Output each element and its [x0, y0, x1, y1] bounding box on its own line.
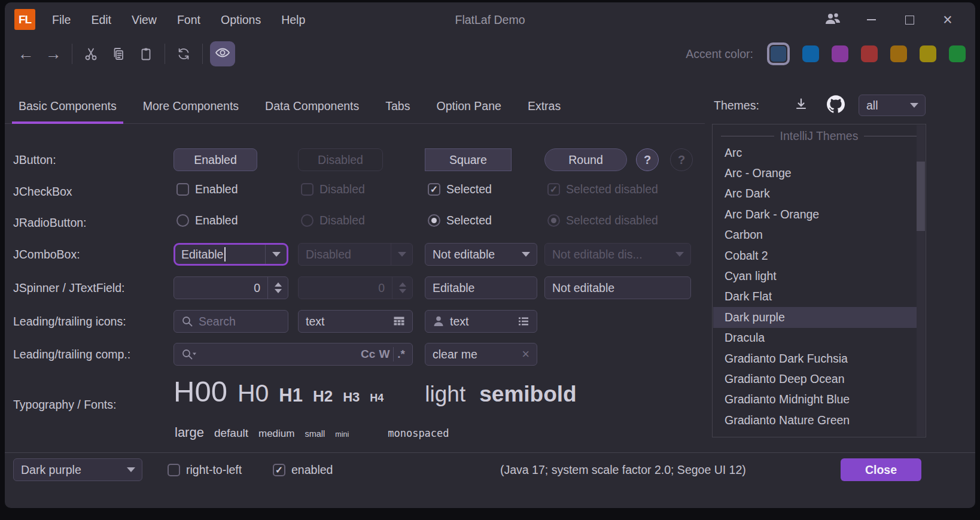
jcombobox-label: JComboBox:	[13, 243, 80, 266]
minimize-button[interactable]	[852, 2, 890, 37]
combobox-editable[interactable]: Editable	[174, 243, 288, 266]
textfield-value: Not editable	[552, 281, 614, 295]
show-hidden-toggle[interactable]	[210, 41, 235, 66]
field-separator	[393, 347, 394, 361]
enabled-button[interactable]: Enabled	[174, 148, 257, 171]
clearable-field[interactable]: clear me ×	[425, 343, 537, 366]
copy-icon	[111, 47, 126, 61]
back-button[interactable]: ←	[12, 41, 39, 67]
theme-item[interactable]: Gradianto Nature Green	[713, 410, 925, 430]
clear-icon[interactable]: ×	[522, 348, 529, 361]
right-to-left-checkbox[interactable]: right-to-left	[168, 463, 242, 477]
github-icon	[827, 95, 845, 115]
combobox-not-editable[interactable]: Not editable	[425, 243, 537, 266]
refresh-icon	[176, 47, 191, 61]
accent-swatch[interactable]	[832, 45, 848, 62]
leading-trailing-comp-row: Leading/trailing comp.: Cc W .* clear me…	[5, 343, 975, 366]
search-field-with-options[interactable]: Cc W .*	[174, 343, 413, 366]
search-with-caret-icon[interactable]	[181, 348, 197, 360]
lookandfeel-combobox[interactable]: Dark purple	[13, 458, 142, 481]
radio-selected[interactable]: Selected	[428, 214, 492, 227]
statusbar: Dark purple right-to-left ✓enabled (Java…	[5, 458, 975, 481]
maximize-button[interactable]	[890, 2, 929, 37]
menu-options[interactable]: Options	[211, 2, 271, 37]
enabled-checkbox[interactable]: ✓enabled	[273, 463, 333, 477]
combobox-arrow[interactable]	[515, 244, 537, 265]
regex-button[interactable]: .*	[397, 348, 405, 361]
tab-basic-components[interactable]: Basic Components	[12, 90, 123, 123]
match-case-button[interactable]: Cc	[361, 348, 375, 361]
radio-dot-icon	[431, 218, 437, 223]
menubar: File Edit View Font Options Help	[42, 2, 315, 37]
window-controls: ×	[814, 2, 967, 37]
spinner-disabled: 0	[298, 276, 413, 299]
tab-extras[interactable]: Extras	[521, 90, 567, 123]
forward-button[interactable]: →	[39, 41, 67, 67]
help-button[interactable]: ?	[636, 148, 659, 171]
refresh-button[interactable]	[170, 41, 197, 67]
accent-swatch-selected[interactable]	[767, 42, 790, 65]
copy-button[interactable]	[105, 41, 132, 67]
spinner-enabled[interactable]: 0	[174, 276, 288, 299]
tab-option-pane[interactable]: Option Pane	[430, 90, 507, 123]
scissors-icon	[84, 47, 98, 61]
textfield-value: Editable	[433, 281, 474, 295]
github-button[interactable]	[824, 94, 847, 117]
accent-swatch[interactable]	[949, 45, 966, 62]
accent-swatch[interactable]	[802, 45, 819, 62]
theme-item[interactable]: Gradianto Midnight Blue	[713, 390, 925, 410]
users-button[interactable]	[814, 2, 852, 37]
spinner-arrows	[392, 277, 412, 299]
search-placeholder: Search	[199, 315, 236, 329]
download-themes-button[interactable]	[790, 94, 812, 117]
theme-item[interactable]: Gradianto Deep Ocean	[713, 369, 925, 389]
cut-button[interactable]	[77, 41, 105, 67]
whole-words-button[interactable]: W	[379, 348, 389, 361]
close-button[interactable]: Close	[841, 458, 921, 481]
close-window-button[interactable]: ×	[929, 2, 967, 37]
medium-sample: medium	[258, 428, 294, 440]
search-field[interactable]: Search	[174, 310, 288, 333]
textfield-editable[interactable]: Editable	[425, 276, 537, 299]
text-caret	[224, 247, 226, 261]
light-sample: light	[425, 382, 465, 407]
menu-font[interactable]: Font	[167, 2, 211, 37]
accent-swatch[interactable]	[920, 45, 936, 62]
tab-data-components[interactable]: Data Components	[258, 90, 366, 123]
spinner-arrows[interactable]	[267, 277, 288, 299]
minimize-icon	[867, 19, 876, 20]
combobox-arrow	[903, 95, 925, 115]
combobox-arrow[interactable]	[265, 245, 287, 264]
combobox-value: Not editable dis...	[552, 248, 643, 261]
statusbar-separator	[5, 452, 975, 453]
app-window: FL File Edit View Font Options Help Flat…	[5, 2, 975, 508]
radio-dot-icon	[551, 218, 556, 223]
menu-edit[interactable]: Edit	[81, 2, 121, 37]
round-button[interactable]: Round	[544, 148, 627, 171]
menu-view[interactable]: View	[121, 2, 167, 37]
checkbox-enabled[interactable]: Enabled	[176, 183, 238, 196]
menu-help[interactable]: Help	[271, 2, 315, 37]
tab-tabs[interactable]: Tabs	[379, 90, 416, 123]
radio-enabled[interactable]: Enabled	[176, 214, 238, 227]
text-field-table[interactable]: text	[298, 310, 413, 333]
selected-tab-underline	[12, 121, 123, 124]
combobox-value: Not editable	[433, 248, 495, 261]
square-button[interactable]: Square	[425, 148, 512, 171]
h00-sample: H00	[174, 375, 227, 408]
spinner-value: 0	[299, 281, 392, 295]
checkbox-selected[interactable]: ✓Selected	[428, 183, 492, 196]
large-sample: large	[175, 425, 204, 440]
accent-swatch[interactable]	[890, 45, 907, 62]
accent-swatch[interactable]	[861, 45, 878, 62]
themes-filter-combobox[interactable]: all	[859, 95, 926, 116]
typography-label: Typography / Fonts:	[13, 393, 116, 416]
list-icon[interactable]	[518, 315, 529, 327]
table-icon[interactable]	[393, 315, 405, 327]
text-field-user[interactable]: text	[425, 310, 537, 333]
tab-more-components[interactable]: More Components	[136, 90, 245, 123]
menu-file[interactable]: File	[42, 2, 81, 37]
semibold-sample: semibold	[479, 382, 576, 407]
paste-button[interactable]	[132, 41, 160, 67]
toolbar: ← → Accent color:	[5, 37, 975, 71]
